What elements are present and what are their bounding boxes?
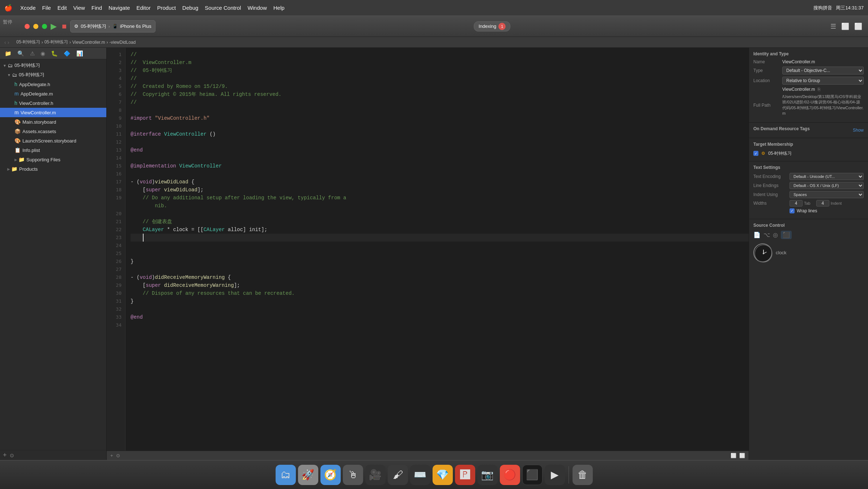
show-button[interactable]: Show — [853, 128, 864, 133]
tree-item-appdelegate-h[interactable]: h AppDelegate.h — [0, 80, 106, 89]
indent-using-select[interactable]: Spaces — [790, 191, 864, 198]
dock-sketch[interactable]: 💎 — [433, 465, 453, 485]
menu-editor[interactable]: Editor — [136, 5, 150, 11]
tree-item-root-project[interactable]: ▼ 🗂 05-时钟练习 — [0, 61, 106, 70]
tree-item-launch-storyboard[interactable]: 🎨 LaunchScreen.storyboard — [0, 136, 106, 145]
menu-view[interactable]: View — [73, 5, 85, 11]
menu-edit[interactable]: Edit — [58, 5, 67, 11]
location-select[interactable]: Relative to Group — [782, 77, 864, 85]
sc-file-icon[interactable]: 📄 — [753, 231, 761, 239]
sc-selected-icon[interactable]: ⬛ — [781, 231, 792, 239]
breadcrumb-nav-next[interactable]: › — [8, 39, 9, 45]
wrap-lines-checkbox[interactable]: ✓ — [790, 208, 795, 213]
sc-branch-icon[interactable]: ⌥ — [763, 231, 770, 239]
navigator-toggle-button[interactable]: ☰ — [829, 21, 838, 32]
tree-item-appdelegate-m[interactable]: m AppDelegate.m — [0, 89, 106, 98]
menu-find[interactable]: Find — [92, 5, 102, 11]
menu-xcode[interactable]: Xcode — [20, 5, 36, 11]
widths-label: Widths — [753, 201, 790, 206]
breadcrumb-project[interactable]: 05-时钟练习 — [16, 39, 40, 45]
sidebar-debug-icon[interactable]: 🐛 — [49, 50, 60, 58]
sidebar-toolbar: 📁 🔍 ⚠ ◉ 🐛 🔷 📊 — [0, 48, 106, 59]
text-settings-title: Text Settings — [753, 165, 864, 170]
tree-item-plist[interactable]: 📋 Info.plist — [0, 145, 106, 155]
target-membership-section: Target Membership ✓ ⚙ 05-时钟练习 — [749, 138, 868, 161]
dock-sl[interactable]: 🔴 — [500, 465, 520, 485]
sidebar-warning-icon[interactable]: ⚠ — [28, 50, 37, 58]
tab-width-input[interactable] — [790, 200, 803, 207]
dock-video[interactable]: 🎥 — [365, 465, 386, 485]
tree-item-viewcontroller-h[interactable]: h ViewController.h — [0, 98, 106, 108]
sc-diff-icon[interactable]: ◎ — [773, 231, 778, 239]
stop-button[interactable]: ■ — [62, 22, 67, 31]
dock-powerpoint[interactable]: 🅿 — [455, 465, 475, 485]
sidebar-content[interactable]: ▼ 🗂 05-时钟练习 ▼ 🗂 05-时钟练习 h AppDelegate.h — [0, 59, 106, 450]
encoding-select[interactable]: Default - Unicode (UT... — [790, 173, 864, 180]
breadcrumb-symbol[interactable]: -viewDidLoad — [110, 40, 136, 45]
filter-button[interactable]: ⊙ — [10, 452, 14, 458]
breadcrumb-file[interactable]: ViewController.m — [72, 40, 105, 45]
minimize-button[interactable] — [33, 24, 38, 29]
jump-bar-button[interactable]: ⬜ — [731, 453, 736, 458]
sidebar-folder-icon[interactable]: 📁 — [3, 50, 13, 58]
dock-terminal[interactable]: ⬛ — [522, 465, 542, 485]
dock-mouse[interactable]: 🖱 — [343, 465, 363, 485]
assistant-editor-button[interactable]: ⬜ — [739, 453, 745, 458]
dock-safari[interactable]: 🧭 — [320, 465, 341, 485]
filename-viewcontroller-h: ViewController.h — [19, 101, 103, 106]
tree-item-assets[interactable]: 📦 Assets.xcassets — [0, 127, 106, 136]
line-endings-select[interactable]: Default - OS X / Unix (LF) — [790, 182, 864, 189]
line-num-34: 34 — [107, 321, 125, 329]
sidebar-breakpoint-icon[interactable]: 🔷 — [62, 50, 72, 58]
reveal-in-finder-button[interactable]: ⎘ — [818, 87, 820, 92]
add-file-button[interactable]: + — [3, 451, 7, 459]
dock-finder[interactable]: 🗂 — [276, 465, 296, 485]
identity-type-section: Identity and Type Name ViewController.m … — [749, 48, 868, 123]
menu-navigate[interactable]: Navigate — [109, 5, 130, 11]
toolbar-right: ☰ ⬜ ⬜ — [829, 21, 864, 32]
menu-window[interactable]: Window — [247, 5, 267, 11]
sidebar-search-icon[interactable]: 🔍 — [16, 50, 26, 58]
tree-item-main-storyboard[interactable]: 🎨 Main.storyboard — [0, 117, 106, 127]
add-line-button[interactable]: + — [110, 453, 113, 458]
type-select[interactable]: Default - Objective-C... — [782, 67, 864, 75]
menu-help[interactable]: Help — [273, 5, 285, 11]
breadcrumb-nav-prev[interactable]: ‹ — [4, 39, 6, 45]
breadcrumb-target[interactable]: 05-时钟练习 — [44, 39, 68, 45]
main-content: 📁 🔍 ⚠ ◉ 🐛 🔷 📊 ▼ 🗂 05-时钟练习 — [0, 48, 868, 460]
code-scroll-area[interactable]: 1 2 3 4 5 6 7 8 9 10 11 12 13 14 15 16 1 — [107, 48, 749, 451]
dock-trash[interactable]: 🗑 — [573, 465, 593, 485]
debug-toggle-button[interactable]: ⬜ — [840, 21, 851, 32]
menu-file[interactable]: File — [42, 5, 51, 11]
close-button[interactable] — [25, 24, 30, 29]
dock-capture[interactable]: 📷 — [477, 465, 498, 485]
dock-brush[interactable]: 🖌 — [388, 465, 408, 485]
tree-item-viewcontroller-m[interactable]: m ViewController.m — [0, 108, 106, 117]
apple-menu[interactable]: 🍎 — [4, 4, 12, 12]
maximize-button[interactable] — [42, 24, 47, 29]
indent-width-input[interactable] — [816, 200, 829, 207]
code-line-23: | — [131, 234, 749, 242]
code-text[interactable]: // // ViewController.m // 05-时钟练习 // // … — [125, 48, 749, 451]
tree-item-products[interactable]: ▶ 📁 Products — [0, 164, 106, 174]
sidebar-report-icon[interactable]: 📊 — [75, 50, 85, 58]
utilities-toggle-button[interactable]: ⬜ — [853, 21, 864, 32]
code-line-34 — [131, 321, 749, 329]
target-checkbox[interactable]: ✓ — [753, 151, 758, 156]
menu-debug[interactable]: Debug — [182, 5, 198, 11]
tree-item-sub-project[interactable]: ▼ 🗂 05-时钟练习 — [0, 70, 106, 80]
scheme-selector[interactable]: ⚙ 05-时钟练习 › 📱 iPhone 6s Plus — [70, 20, 155, 33]
menu-source-control[interactable]: Source Control — [205, 5, 241, 11]
dock-keyboard[interactable]: ⌨️ — [410, 465, 430, 485]
run-button[interactable]: ▶ — [51, 22, 57, 31]
breakpoint-button[interactable]: ⊙ — [116, 453, 120, 458]
dock-launchpad[interactable]: 🚀 — [298, 465, 318, 485]
sidebar-test-icon[interactable]: ◉ — [39, 50, 47, 58]
code-editor[interactable]: 1 2 3 4 5 6 7 8 9 10 11 12 13 14 15 16 1 — [107, 48, 749, 460]
svg-point-3 — [763, 253, 764, 254]
menu-product[interactable]: Product — [157, 5, 176, 11]
code-line-24 — [131, 242, 749, 250]
dock-player[interactable]: ▶ — [545, 465, 565, 485]
tree-item-supporting[interactable]: ▶ 📁 Supporting Files — [0, 155, 106, 164]
code-line-5: // Created by Romeo on 15/12/9. — [131, 82, 749, 90]
